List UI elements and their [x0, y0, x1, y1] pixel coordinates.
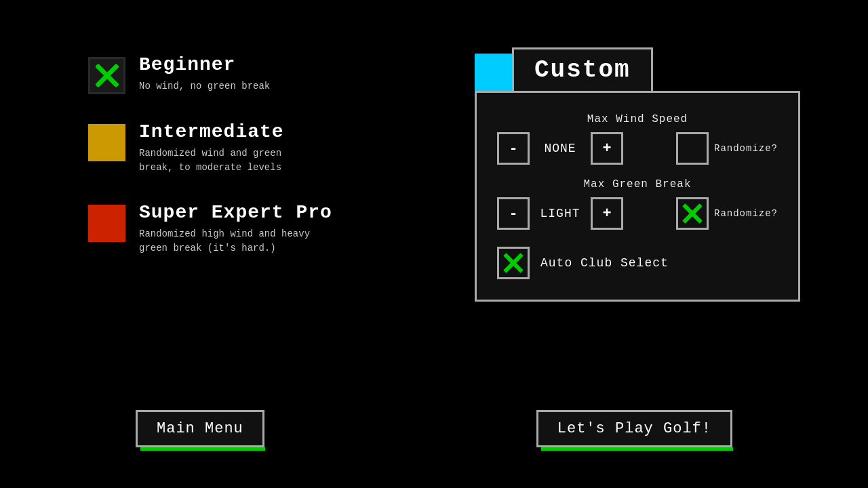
custom-tab-row: Custom — [475, 47, 800, 91]
auto-club-label: Auto Club Select — [540, 256, 669, 270]
wind-speed-value: NONE — [536, 142, 584, 155]
auto-club-checkbox[interactable] — [497, 247, 530, 279]
wind-randomize-checkbox[interactable] — [676, 132, 709, 165]
wind-randomize-label: Randomize? — [714, 143, 778, 154]
beginner-desc: No wind, no green break — [139, 79, 270, 94]
auto-club-row: Auto Club Select — [497, 247, 778, 279]
custom-tab-label: Custom — [512, 47, 653, 91]
main-menu-button[interactable]: Main Menu — [136, 410, 264, 447]
green-break-controls: - LIGHT + Randomize? — [497, 197, 778, 230]
intermediate-text: Intermediate Randomized wind and green b… — [139, 121, 284, 175]
expert-desc: Randomized high wind and heavy green bre… — [139, 227, 332, 256]
green-randomize-label: Randomize? — [714, 208, 778, 219]
cyan-indicator — [475, 54, 512, 91]
green-randomize-row: Randomize? — [676, 197, 778, 230]
expert-title: Super Expert Pro — [139, 202, 332, 223]
wind-speed-group: Max Wind Speed - NONE + Randomize? — [497, 113, 778, 165]
green-break-group: Max Green Break - LIGHT + Randomize? — [497, 178, 778, 230]
difficulty-intermediate[interactable]: Intermediate Randomized wind and green b… — [88, 121, 332, 175]
green-break-value: LIGHT — [536, 207, 584, 220]
game-screen: Beginner No wind, no green break Interme… — [0, 0, 868, 488]
intermediate-icon — [88, 124, 125, 161]
difficulty-expert[interactable]: Super Expert Pro Randomized high wind an… — [88, 202, 332, 256]
beginner-title: Beginner — [139, 54, 270, 75]
wind-speed-controls: - NONE + Randomize? — [497, 132, 778, 165]
wind-decrease-button[interactable]: - — [497, 132, 530, 165]
green-decrease-button[interactable]: - — [497, 197, 530, 230]
custom-box: Max Wind Speed - NONE + Randomize? Max G… — [475, 91, 800, 302]
play-golf-button[interactable]: Let's Play Golf! — [536, 410, 732, 447]
green-randomize-checkbox[interactable] — [676, 197, 709, 230]
beginner-icon — [88, 57, 125, 94]
custom-panel: Custom Max Wind Speed - NONE + Randomize… — [475, 47, 800, 302]
wind-randomize-row: Randomize? — [676, 132, 778, 165]
difficulty-panel: Beginner No wind, no green break Interme… — [88, 54, 332, 256]
expert-icon — [88, 205, 125, 242]
expert-text: Super Expert Pro Randomized high wind an… — [139, 202, 332, 256]
intermediate-desc: Randomized wind and green break, to mode… — [139, 146, 284, 175]
bottom-buttons: Main Menu Let's Play Golf! — [0, 410, 868, 447]
wind-increase-button[interactable]: + — [591, 132, 623, 165]
beginner-text: Beginner No wind, no green break — [139, 54, 270, 94]
difficulty-beginner[interactable]: Beginner No wind, no green break — [88, 54, 332, 94]
intermediate-title: Intermediate — [139, 121, 284, 142]
wind-speed-label: Max Wind Speed — [587, 113, 688, 125]
green-increase-button[interactable]: + — [591, 197, 623, 230]
green-break-label: Max Green Break — [583, 178, 691, 190]
